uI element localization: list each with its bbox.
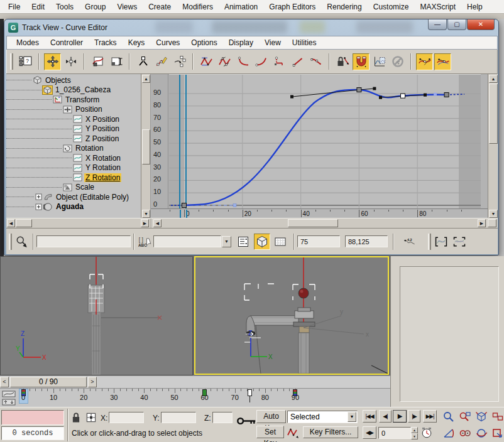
draw-curves-button[interactable] [153, 53, 170, 70]
current-time-marker[interactable] [186, 210, 187, 218]
menu-help[interactable]: Help [461, 1, 488, 13]
lock-selection-button[interactable] [334, 53, 351, 70]
zoom-value-extents-button[interactable] [451, 234, 468, 250]
viewport-active[interactable]: y x Z X [194, 256, 389, 375]
menu-modifiers[interactable]: Modifiers [177, 1, 219, 13]
track-item-scale[interactable]: Scale [6, 183, 141, 193]
track-item-1-0256-cabeza[interactable]: 1_0256_Cabeza [6, 85, 141, 95]
frame-spinner-up-icon[interactable]: ▲ [411, 427, 418, 433]
filter-list-button[interactable] [235, 234, 251, 250]
pan-view-button[interactable] [457, 426, 473, 440]
track-item-rotation[interactable]: Rotation [6, 144, 141, 154]
snap-frames-button[interactable] [353, 53, 370, 70]
track-item-y-position[interactable]: Y Position [6, 124, 141, 134]
trackview-menu-modes[interactable]: Modes [11, 37, 45, 48]
key-time-field[interactable] [297, 235, 340, 247]
arc-rotate-button[interactable] [474, 426, 489, 440]
auto-key-button[interactable]: Auto Key [256, 410, 286, 423]
zoom-horizontal-extents-button[interactable] [433, 234, 449, 250]
track-item-label[interactable]: Z Position [84, 134, 120, 143]
track-item-z-rotation[interactable]: Z Rotation [6, 173, 141, 183]
minimize-button[interactable]: — [428, 19, 447, 30]
track-item-label[interactable]: Aguada [55, 202, 85, 211]
show-selected-keys-button[interactable] [254, 234, 270, 250]
track-bar[interactable]: 1020304050607080900 [0, 388, 390, 407]
next-frame-button[interactable]: |▶ [408, 410, 420, 423]
trackview-menu-view[interactable]: View [259, 37, 287, 48]
track-item-label[interactable]: Scale [74, 183, 96, 191]
trackview-menu-curves[interactable]: Curves [150, 37, 185, 48]
dope-sheet-grid-button[interactable] [272, 234, 288, 250]
add-keys-button[interactable] [89, 53, 106, 70]
key-filters-button[interactable]: Key Filters... [303, 426, 358, 438]
graph-vertical-scrollbar[interactable]: ▲ ▼ [488, 74, 498, 218]
z-coord-field[interactable] [212, 412, 233, 423]
time-slider-handle[interactable]: 0 / 90 [10, 377, 87, 387]
track-item-x-rotation[interactable]: X Rotation [6, 153, 141, 163]
insert-keys-button[interactable] [134, 53, 151, 70]
track-item-label[interactable]: Z Rotation [84, 173, 121, 182]
menu-edit[interactable]: Edit [26, 1, 50, 13]
viewport-front[interactable]: Z Y X [0, 256, 193, 375]
track-item-label[interactable]: 1_0256_Cabeza [54, 85, 112, 94]
tree-scroll-thumb[interactable] [16, 219, 32, 227]
track-hierarchy-tree[interactable]: Objects1_0256_CabezaTransformPositionX P… [6, 74, 151, 218]
graph-scroll-right-icon[interactable]: ▶ [478, 219, 486, 227]
go-to-start-button[interactable]: |◀◀ [363, 410, 376, 423]
move-keys-button[interactable] [44, 53, 61, 70]
scale-keys-button[interactable] [107, 53, 124, 70]
track-item-label[interactable]: X Rotation [84, 154, 122, 163]
track-item-label[interactable]: Objects [44, 76, 72, 85]
trackbar-key-rotation[interactable] [202, 389, 207, 396]
trackbar-key-multi[interactable] [293, 389, 297, 396]
min-max-toggle-button[interactable] [490, 426, 504, 440]
trackbar-key-selected[interactable] [248, 389, 252, 396]
filters-button[interactable]: ? [17, 53, 34, 70]
menu-rendering[interactable]: Rendering [321, 1, 367, 13]
track-item-transform[interactable]: Transform [6, 95, 141, 105]
x-coord-field[interactable] [109, 412, 144, 423]
key-value-field[interactable] [345, 235, 388, 247]
trackview-menu-keys[interactable]: Keys [123, 37, 151, 48]
set-tangents-linear-button[interactable] [289, 53, 306, 70]
selection-lock-icon[interactable] [71, 412, 81, 423]
track-set-dropdown-field[interactable] [153, 235, 221, 247]
menu-views[interactable]: Views [111, 1, 143, 13]
next-frame-button[interactable]: > [88, 377, 97, 387]
menu-graph-editors[interactable]: Graph Editors [263, 1, 321, 13]
track-item-aguada[interactable]: Aguada [6, 202, 141, 212]
track-item-label[interactable]: Transform [64, 95, 101, 104]
set-key-button[interactable]: Set Key [256, 426, 284, 438]
track-item-x-position[interactable]: X Position [6, 114, 141, 124]
trackview-menu-controller[interactable]: Controller [45, 37, 89, 48]
menu-animation[interactable]: Animation [219, 1, 263, 13]
show-tangents-button[interactable] [416, 53, 433, 70]
out-of-range-types-button[interactable] [371, 53, 388, 70]
scroll-down-icon[interactable]: ▼ [142, 210, 150, 218]
listener-output[interactable]: 0 seconds [1, 426, 64, 440]
close-button[interactable]: ✕ [467, 19, 495, 30]
set-tangents-fast-button[interactable] [234, 53, 251, 70]
y-coord-field[interactable] [161, 412, 196, 423]
set-tangents-custom-button[interactable] [216, 53, 233, 70]
track-item-z-position[interactable]: Z Position [6, 134, 141, 144]
maximize-button[interactable]: ▢ [447, 19, 466, 30]
track-item-label[interactable]: Y Rotation [84, 163, 122, 172]
track-item-position[interactable]: Position [6, 105, 141, 115]
trackview-menu-tracks[interactable]: Tracks [89, 37, 123, 48]
zoom-extents-all-button[interactable] [490, 410, 504, 424]
expand-icon[interactable] [35, 203, 42, 210]
scroll-thumb[interactable] [142, 129, 150, 164]
menu-file[interactable]: File [3, 1, 26, 13]
new-key-default-tangent-icon[interactable] [287, 427, 299, 438]
track-set-dropdown-icon[interactable]: ▼ [222, 236, 231, 247]
disabled-tool-button[interactable] [389, 53, 406, 70]
zoom-button[interactable] [441, 410, 456, 424]
menu-group[interactable]: Group [79, 1, 111, 13]
track-item-label[interactable]: Object (Editable Poly) [55, 193, 130, 202]
slide-keys-button[interactable] [62, 53, 79, 70]
previous-frame-button[interactable]: < [0, 377, 9, 387]
reduce-keys-button[interactable] [171, 53, 188, 70]
track-item-label[interactable]: Position [74, 105, 104, 114]
current-time-marker[interactable] [180, 210, 181, 218]
